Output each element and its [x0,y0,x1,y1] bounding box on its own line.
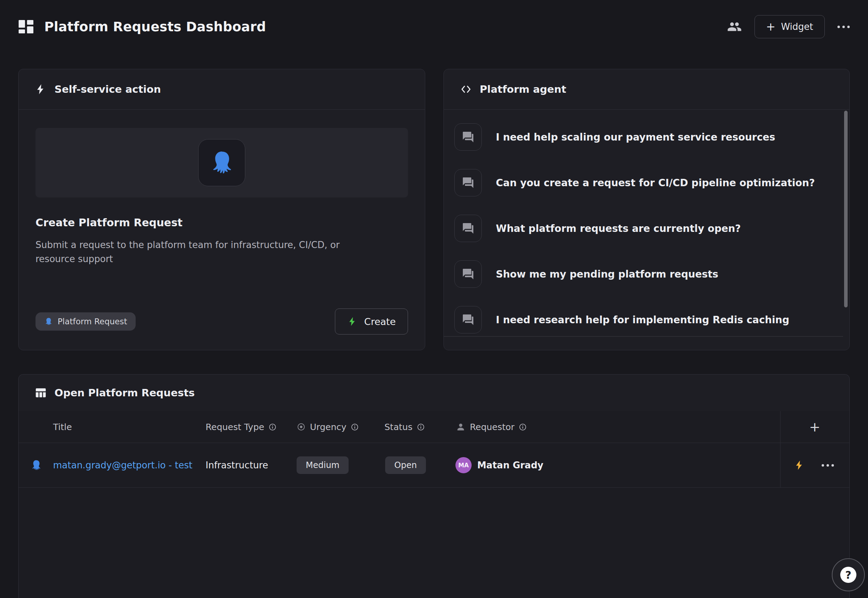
chat-bubble-icon [454,123,482,151]
requestor-name: Matan Grady [477,460,543,471]
requestor-avatar: MA [455,457,471,473]
dashboard-grid-icon [18,19,34,34]
octopus-icon [30,459,42,471]
row-urgency-cell: Medium [296,443,349,487]
entity-link[interactable]: matan.grady@getport.io - test [53,460,192,471]
create-button[interactable]: Create [335,308,408,335]
octopus-chip-icon [44,317,53,326]
chat-bubble-icon [454,260,482,288]
question-mark-icon: ? [840,567,856,583]
agent-suggestion-label: I need research help for implementing Re… [496,314,789,326]
top-bar: Platform Requests Dashboard + Widget [18,13,850,40]
table-area: Title Request Type Urgency Status [19,411,849,598]
blueprint-chip-label: Platform Request [58,317,127,326]
agent-suggestion[interactable]: I need help scaling our payment service … [454,124,832,150]
code-icon [460,83,472,95]
chat-bubble-icon [454,306,482,333]
row-status-cell: Open [385,443,426,487]
agent-input-divider [444,336,843,336]
self-service-action-card: Self-service action Create Platform Requ… [18,69,425,350]
add-widget-label: Widget [781,21,813,32]
platform-agent-card: Platform agent I need help scaling our p… [443,69,850,350]
self-service-card-title: Self-service action [54,83,161,95]
row-entity-icon [30,443,42,487]
dashboard-page: Platform Requests Dashboard + Widget Sel… [0,0,868,598]
create-button-label: Create [364,316,396,327]
ellipsis-icon [837,25,840,28]
agent-suggestion-list: I need help scaling our payment service … [444,110,849,333]
agent-card-header: Platform agent [444,69,849,110]
agent-scrollbar[interactable] [844,111,848,308]
table-row[interactable]: matan.grady@getport.io - test Infrastruc… [19,443,849,488]
info-icon[interactable] [519,423,527,431]
column-header-urgency[interactable]: Urgency [296,411,359,443]
action-logo-tile [198,139,245,186]
action-description: Submit a request to the platform team fo… [36,238,366,266]
urgency-badge: Medium [296,456,349,474]
info-icon[interactable] [417,423,425,431]
status-badge: Open [385,456,426,474]
action-title: Create Platform Request [36,217,408,229]
lightning-yellow-icon [794,460,805,471]
chat-bubble-icon [454,215,482,242]
page-menu-button[interactable] [837,25,850,28]
info-icon[interactable] [268,423,277,431]
chat-bubble-icon [454,169,482,196]
ellipsis-icon [822,464,824,466]
table-icon [35,387,47,399]
column-header-title[interactable]: Title [53,411,72,443]
agent-suggestion-label: Show me my pending platform requests [496,268,718,280]
agent-suggestion-label: What platform requests are currently ope… [496,223,741,234]
column-header-status[interactable]: Status [385,411,425,443]
lightning-green-icon [347,316,358,327]
action-hero-panel [36,128,408,197]
table-header-row: Title Request Type Urgency Status [19,411,849,443]
agent-suggestion[interactable]: What platform requests are currently ope… [454,215,832,242]
octopus-logo-icon [208,149,236,177]
row-requestor-cell: MA Matan Grady [455,443,543,487]
row-request-type-cell: Infrastructure [206,443,268,487]
share-users-button[interactable] [727,19,742,34]
self-service-card-header: Self-service action [19,69,425,110]
open-platform-requests-card: Open Platform Requests Title Request Typ… [18,374,850,598]
row-run-action[interactable] [794,443,805,487]
radio-icon [296,422,306,432]
add-widget-button[interactable]: + Widget [754,15,825,38]
lightning-icon [35,83,47,95]
self-service-card-footer: Platform Request Create [36,308,408,335]
agent-suggestion-label: Can you create a request for CI/CD pipel… [496,177,815,189]
plus-icon: + [766,21,775,32]
agent-suggestion[interactable]: Can you create a request for CI/CD pipel… [454,169,832,196]
page-title: Platform Requests Dashboard [44,19,266,34]
agent-suggestion-label: I need help scaling our payment service … [496,132,775,143]
actions-column-divider [780,411,781,487]
users-icon [727,19,742,34]
row-menu-button[interactable] [822,443,834,487]
row-title-cell[interactable]: matan.grady@getport.io - test [53,443,192,487]
blueprint-chip[interactable]: Platform Request [36,312,136,330]
table-card-title: Open Platform Requests [54,387,195,399]
help-button[interactable]: ? [832,558,865,591]
add-column-button[interactable]: + [780,411,849,443]
column-header-requestor[interactable]: Requestor [456,411,527,443]
top-bar-actions: + Widget [727,15,850,38]
agent-suggestion[interactable]: I need research help for implementing Re… [454,306,832,333]
agent-suggestion[interactable]: Show me my pending platform requests [454,261,832,287]
agent-card-title: Platform agent [480,83,566,95]
person-icon [456,422,465,432]
table-card-header: Open Platform Requests [19,375,849,411]
self-service-card-body: Create Platform Request Submit a request… [19,110,425,266]
column-header-request-type[interactable]: Request Type [206,411,277,443]
info-icon[interactable] [351,423,359,431]
